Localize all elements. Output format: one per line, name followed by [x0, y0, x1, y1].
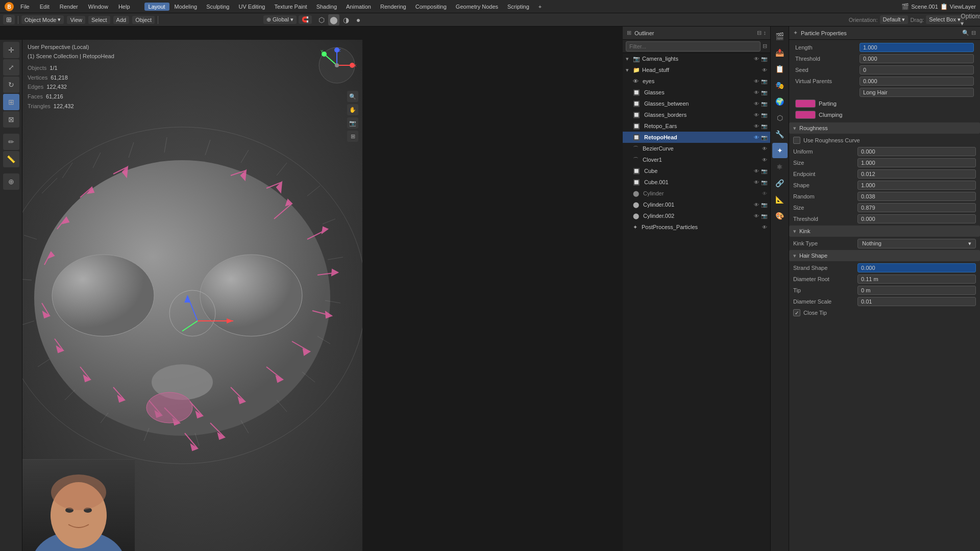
outliner-item-clover1[interactable]: ⌒ Clover1 👁 [623, 154, 770, 165]
transform-tool[interactable]: ⊠ [3, 111, 19, 128]
retopo-ears-vis[interactable]: 👁 [754, 123, 759, 129]
camera-lights-visibility[interactable]: 👁 [754, 56, 759, 62]
tab-texture-paint[interactable]: Texture Paint [270, 3, 311, 11]
outliner-item-head-stuff[interactable]: ▾ 📁 Head_stuff 👁 [623, 64, 770, 76]
glasses-borders-render[interactable]: 📷 [761, 112, 767, 118]
tab-animation[interactable]: Animation [342, 3, 375, 11]
outliner-item-retopo-ears[interactable]: 🔲 Retopo_Ears 👁 📷 [623, 120, 770, 132]
cylinder001-vis[interactable]: 👁 [754, 202, 759, 208]
camera-view-btn[interactable]: 📷 [347, 117, 358, 129]
threshold-value[interactable]: 0.000 [860, 54, 974, 63]
outliner-item-eyes[interactable]: 👁 eyes 👁 📷 [623, 76, 770, 87]
cylinder002-vis[interactable]: 👁 [754, 213, 759, 219]
outliner-item-retopohead[interactable]: 🔲 RetopoHead 👁 📷 [623, 132, 770, 143]
long-hair-value[interactable]: Long Hair [860, 88, 974, 97]
object-menu-btn[interactable]: Object [132, 16, 155, 24]
outliner-sync-icon[interactable]: ↕ [764, 30, 767, 36]
add-tool[interactable]: ⊕ [3, 173, 19, 190]
move-view-btn[interactable]: ✋ [347, 104, 358, 115]
kink-section-header[interactable]: ▾ Kink [789, 226, 980, 237]
tab-physics[interactable]: ⚛ [772, 159, 788, 174]
search-props-icon[interactable]: 🔍 [962, 30, 969, 36]
tab-layout[interactable]: Layout [144, 3, 169, 11]
retopohead-vis[interactable]: 👁 [754, 135, 759, 140]
parting-swatch[interactable] [795, 99, 816, 108]
tab-modifier[interactable]: 🔧 [772, 127, 788, 142]
glasses-between-render[interactable]: 📷 [761, 101, 767, 107]
object-mode-btn[interactable]: Object Mode ▾ [21, 15, 64, 24]
camera-lights-render[interactable]: 📷 [761, 56, 767, 62]
virtual-parents-value[interactable]: 0.000 [860, 77, 974, 86]
solid-btn[interactable]: ⬤ [328, 14, 339, 26]
bezier-vis[interactable]: 👁 [762, 146, 767, 152]
grid-btn[interactable]: ⊞ [347, 131, 358, 142]
tab-modeling[interactable]: Modeling [170, 3, 202, 11]
tab-rendering[interactable]: Rendering [376, 3, 410, 11]
endpoint-value[interactable]: 0.012 [857, 169, 976, 179]
cylinder-vis[interactable]: 👁 [762, 191, 767, 196]
tab-render[interactable]: 🎬 [772, 29, 788, 44]
cube001-render[interactable]: 📷 [761, 180, 767, 185]
glasses-vis[interactable]: 👁 [754, 90, 759, 95]
editor-type-btn[interactable]: ⊞ [3, 15, 15, 24]
outliner-item-glasses-between[interactable]: 🔲 Glasses_between 👁 📷 [623, 98, 770, 109]
uniform-size-value[interactable]: 1.000 [857, 158, 976, 167]
tab-scripting[interactable]: Scripting [503, 3, 533, 11]
tab-constraints[interactable]: 🔗 [772, 176, 788, 191]
retopohead-render[interactable]: 📷 [761, 135, 767, 140]
outliner-filter-icon[interactable]: ⊟ [757, 30, 762, 36]
select-menu-btn[interactable]: Select [88, 16, 110, 24]
tab-material[interactable]: 🎨 [772, 208, 788, 223]
tab-add[interactable]: + [534, 3, 546, 11]
snap-btn[interactable]: 🧲 [299, 15, 312, 24]
cube-vis[interactable]: 👁 [754, 168, 759, 174]
random-size-value[interactable]: 0.879 [857, 203, 976, 212]
transform-pivot-btn[interactable]: ⊕ Global ▾ [263, 15, 297, 24]
tab-object-data[interactable]: 📐 [772, 192, 788, 207]
orientation-btn[interactable]: Default ▾ [880, 15, 909, 24]
random-value[interactable]: 0.038 [857, 192, 976, 201]
outliner-item-cylinder001[interactable]: ⬤ Cylinder.001 👁 📷 [623, 199, 770, 210]
head-stuff-visibility[interactable]: 👁 [762, 67, 767, 73]
outliner-search-input[interactable] [626, 41, 761, 52]
uniform-value[interactable]: 0.000 [857, 147, 976, 156]
tab-sculpting[interactable]: Sculpting [202, 3, 233, 11]
menu-help[interactable]: Help [114, 3, 134, 11]
random-threshold-value[interactable]: 0.000 [857, 214, 976, 223]
outliner-item-cylinder[interactable]: ⬤ Cylinder 👁 [623, 188, 770, 199]
add-menu-btn[interactable]: Add [113, 16, 130, 24]
shape-value[interactable]: 1.000 [857, 181, 976, 190]
cursor-tool[interactable]: ✛ [3, 42, 19, 58]
retopo-ears-render[interactable]: 📷 [761, 123, 767, 129]
diameter-scale-value[interactable]: 0.01 [857, 297, 976, 306]
menu-edit[interactable]: Edit [36, 3, 54, 11]
tab-scene[interactable]: 🎭 [772, 78, 788, 93]
outliner-item-cube001[interactable]: 🔲 Cube.001 👁 📷 [623, 177, 770, 188]
kink-type-dropdown[interactable]: Nothing ▾ [857, 239, 976, 248]
zoom-in-btn[interactable]: 🔍 [347, 91, 358, 102]
seed-value[interactable]: 0 [860, 65, 974, 74]
annotate-tool[interactable]: ✏ [3, 134, 19, 150]
wireframe-btn[interactable]: ⬡ [316, 14, 327, 26]
nav-gizmo[interactable]: X Y Z [316, 45, 357, 86]
scale-tool[interactable]: ⊞ [3, 94, 19, 110]
view-menu-btn[interactable]: View [67, 16, 85, 24]
cylinder002-render[interactable]: 📷 [761, 213, 767, 219]
tab-uv-editing[interactable]: UV Editing [234, 3, 269, 11]
outliner-item-cube[interactable]: 🔲 Cube 👁 📷 [623, 165, 770, 177]
filter-props-icon[interactable]: ⊟ [971, 30, 976, 36]
roughness-section-header[interactable]: ▾ Roughness [789, 122, 980, 134]
diameter-root-value[interactable]: 0.11 m [857, 274, 976, 284]
tab-shading[interactable]: Shading [312, 3, 341, 11]
tab-world[interactable]: 🌍 [772, 94, 788, 109]
hair-shape-section-header[interactable]: ▾ Hair Shape [789, 250, 980, 261]
eyes-vis[interactable]: 👁 [754, 79, 759, 84]
glasses-between-vis[interactable]: 👁 [754, 101, 759, 107]
outliner-item-bezier-curve[interactable]: ⌒ BezierCurve 👁 [623, 143, 770, 154]
postprocess-vis[interactable]: 👁 [762, 224, 767, 230]
cylinder001-render[interactable]: 📷 [761, 202, 767, 208]
outliner-item-camera-lights[interactable]: ▾ 📷 Camera_lights 👁 📷 [623, 53, 770, 64]
length-value[interactable]: 1.000 [860, 43, 974, 52]
tab-view-layer[interactable]: 📋 [772, 61, 788, 77]
menu-window[interactable]: Window [84, 3, 112, 11]
